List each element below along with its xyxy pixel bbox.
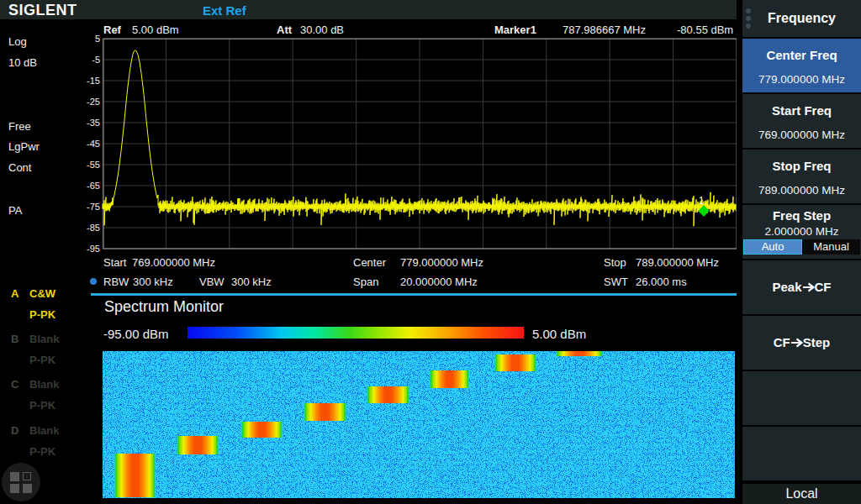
- svg-text:1: 1: [699, 195, 705, 207]
